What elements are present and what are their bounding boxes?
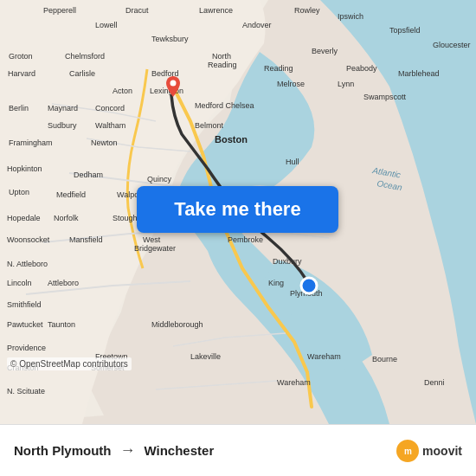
svg-text:North: North <box>212 52 231 61</box>
svg-text:Chelmsford: Chelmsford <box>65 52 105 61</box>
svg-point-77 <box>301 278 317 293</box>
svg-text:Duxbury: Duxbury <box>273 257 302 266</box>
svg-text:Topsfield: Topsfield <box>389 26 421 35</box>
svg-text:Lowell: Lowell <box>95 21 118 29</box>
svg-text:Framingham: Framingham <box>9 138 53 147</box>
footer-right: m moovit <box>396 440 462 462</box>
svg-text:Quincy: Quincy <box>147 175 172 183</box>
arrow-icon: → <box>120 441 136 460</box>
svg-text:N. Attleboro: N. Attleboro <box>7 260 48 268</box>
svg-text:Wareham: Wareham <box>307 352 341 361</box>
svg-text:m: m <box>404 447 412 456</box>
origin-label: North Plymouth <box>14 443 112 458</box>
svg-text:Dracut: Dracut <box>125 6 149 15</box>
moovit-logo: m moovit <box>396 440 462 462</box>
svg-text:Pepperell: Pepperell <box>43 6 76 15</box>
svg-text:Groton: Groton <box>9 52 33 61</box>
svg-text:Ipswich: Ipswich <box>338 12 363 21</box>
svg-text:Upton: Upton <box>9 188 29 196</box>
svg-text:Andover: Andover <box>242 21 272 29</box>
svg-text:Belmont: Belmont <box>195 121 224 130</box>
svg-text:Harvard: Harvard <box>8 69 35 78</box>
take-me-there-button[interactable]: Take me there <box>137 186 338 233</box>
svg-text:Reading: Reading <box>264 64 293 73</box>
moovit-text: moovit <box>422 444 462 458</box>
svg-text:Newton: Newton <box>91 138 118 147</box>
destination-label: Winchester <box>145 443 215 458</box>
svg-text:Lincoln: Lincoln <box>7 279 32 287</box>
svg-text:Smithfield: Smithfield <box>7 300 42 309</box>
svg-text:Maynard: Maynard <box>48 104 78 113</box>
svg-text:Swampscott: Swampscott <box>363 93 407 101</box>
svg-text:Denni: Denni <box>424 378 445 387</box>
moovit-icon: m <box>396 440 419 462</box>
svg-text:Pawtucket: Pawtucket <box>7 320 43 329</box>
svg-text:Gloucester: Gloucester <box>433 41 471 49</box>
svg-text:Wareham: Wareham <box>277 378 311 387</box>
svg-text:Rowley: Rowley <box>294 6 320 15</box>
svg-text:Tewksbury: Tewksbury <box>151 35 189 43</box>
svg-text:West: West <box>143 235 161 244</box>
svg-text:Attleboro: Attleboro <box>48 279 79 287</box>
svg-text:Waltham: Waltham <box>95 121 125 130</box>
svg-text:Mansfield: Mansfield <box>69 235 103 244</box>
svg-text:Acton: Acton <box>113 87 132 95</box>
svg-text:Medfield: Medfield <box>56 190 86 199</box>
map-container: Pepperell Dracut Lawrence Rowley Ipswich… <box>0 0 476 424</box>
svg-text:Berlin: Berlin <box>9 104 29 113</box>
svg-text:Hull: Hull <box>286 158 299 166</box>
svg-text:Lynn: Lynn <box>338 80 354 88</box>
svg-text:Medford Chelsea: Medford Chelsea <box>195 101 254 110</box>
svg-text:Pembroke: Pembroke <box>228 235 263 244</box>
svg-text:Melrose: Melrose <box>277 80 305 88</box>
svg-text:Dedham: Dedham <box>74 170 103 179</box>
route-info: North Plymouth → Winchester <box>14 441 214 460</box>
svg-text:Boston: Boston <box>215 134 248 145</box>
svg-text:Peabody: Peabody <box>346 64 377 73</box>
svg-text:Taunton: Taunton <box>48 320 75 329</box>
svg-text:Sudbury: Sudbury <box>48 121 77 130</box>
moovit-brand-icon: m <box>401 444 415 458</box>
copyright-notice: © OpenStreetMap contributors <box>7 357 132 370</box>
svg-text:King: King <box>268 279 284 287</box>
svg-text:Woonsocket: Woonsocket <box>7 235 50 244</box>
svg-text:Lawrence: Lawrence <box>199 6 233 15</box>
svg-text:N. Scituate: N. Scituate <box>7 387 45 396</box>
svg-text:Concord: Concord <box>95 104 125 113</box>
svg-text:Providence: Providence <box>7 344 46 352</box>
footer-bar: North Plymouth → Winchester m moovit <box>0 424 476 476</box>
svg-text:Bridgewater: Bridgewater <box>134 244 176 253</box>
svg-text:Norfolk: Norfolk <box>54 214 79 222</box>
svg-text:Lakeville: Lakeville <box>190 352 221 361</box>
svg-text:Carlisle: Carlisle <box>69 69 95 78</box>
svg-text:Middleborough: Middleborough <box>151 320 203 329</box>
svg-text:Hopkinton: Hopkinton <box>7 164 42 173</box>
svg-text:Marblehead: Marblehead <box>398 69 440 78</box>
svg-point-78 <box>170 80 177 87</box>
svg-text:Reading: Reading <box>208 61 237 69</box>
svg-text:Beverly: Beverly <box>312 47 338 55</box>
svg-text:Hopedale: Hopedale <box>7 214 41 222</box>
svg-text:Bourne: Bourne <box>372 355 397 363</box>
